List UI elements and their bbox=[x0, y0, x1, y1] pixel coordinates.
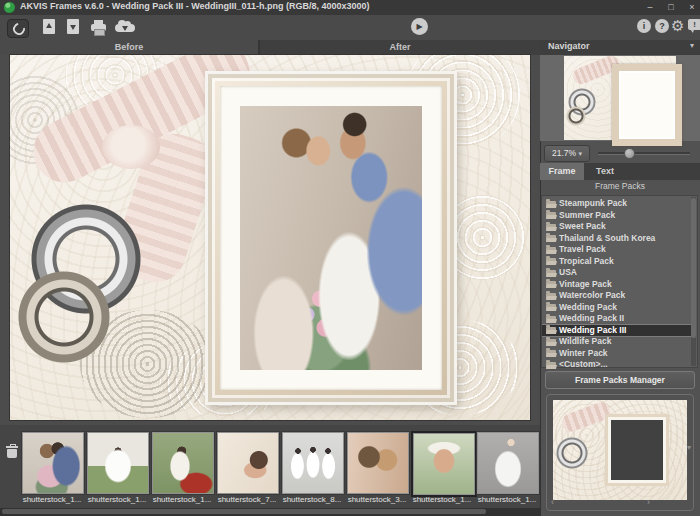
previous-frame-arrow-icon[interactable]: ‹ bbox=[551, 497, 554, 507]
pack-item[interactable]: Steampunk Pack bbox=[542, 198, 691, 210]
collapse-arrow-icon[interactable]: ▾ bbox=[690, 41, 694, 50]
pack-item[interactable]: Vintage Pack bbox=[542, 279, 691, 291]
thumbnail-image bbox=[283, 433, 343, 493]
panel-tab-bar: Frame Text bbox=[540, 163, 700, 180]
printer-output bbox=[94, 29, 105, 36]
folder-icon bbox=[546, 281, 556, 288]
pack-label: Wildlife Pack bbox=[559, 336, 611, 348]
pack-item[interactable]: Thailand & South Korea bbox=[542, 233, 691, 245]
thumbnail[interactable] bbox=[346, 431, 410, 495]
folder-icon bbox=[546, 212, 556, 219]
pack-label: Sweet Pack bbox=[559, 221, 606, 233]
zoom-value-dropdown[interactable]: 21.7% ▾ bbox=[544, 145, 590, 162]
view-tab-bar: Before After bbox=[0, 40, 540, 55]
thumbnail[interactable] bbox=[21, 431, 85, 495]
dropdown-arrow-icon: ▾ bbox=[578, 150, 582, 157]
ribbon-bow bbox=[102, 125, 160, 169]
tab-frame[interactable]: Frame bbox=[540, 163, 584, 180]
tab-text[interactable]: Text bbox=[584, 163, 626, 180]
print-icon[interactable] bbox=[90, 19, 110, 36]
pack-item[interactable]: USA bbox=[542, 267, 691, 279]
thumbnail[interactable] bbox=[476, 431, 540, 495]
pack-item[interactable]: Sweet Pack bbox=[542, 221, 691, 233]
preferences-gear-icon[interactable]: ⚙ bbox=[671, 16, 684, 36]
folder-icon bbox=[546, 247, 556, 254]
pack-item[interactable]: <Custom>... bbox=[542, 359, 691, 371]
thumbnail-label: shutterstock_1... bbox=[149, 495, 215, 506]
pack-item[interactable]: Summer Pack bbox=[542, 210, 691, 222]
logo-swirl-icon bbox=[11, 21, 28, 38]
folder-icon bbox=[546, 350, 556, 357]
folder-icon bbox=[546, 316, 556, 323]
pack-label: Travel Pack bbox=[559, 244, 606, 256]
thumbnail[interactable] bbox=[151, 431, 215, 495]
pack-label: Wedding Pack III bbox=[559, 325, 626, 337]
close-button[interactable]: × bbox=[684, 0, 700, 14]
akvis-logo-icon bbox=[4, 2, 15, 13]
thumbnail[interactable] bbox=[216, 431, 280, 495]
thumbnail-image bbox=[23, 433, 83, 493]
thumbnail-label: shutterstock_8... bbox=[279, 495, 345, 506]
navigator-preview[interactable] bbox=[540, 55, 700, 141]
pack-label: Watercolor Pack bbox=[559, 290, 625, 302]
thumbnail-selected[interactable] bbox=[411, 431, 477, 497]
pack-label: Tropical Pack bbox=[559, 256, 614, 268]
frame-template-preview[interactable]: ▾ ‹ › bbox=[546, 394, 694, 511]
scrollbar-thumb[interactable] bbox=[2, 509, 486, 514]
folder-icon bbox=[546, 304, 556, 311]
info-icon[interactable]: i bbox=[637, 19, 651, 33]
maximize-button[interactable]: □ bbox=[663, 0, 679, 14]
navigator-thumbnail bbox=[564, 56, 676, 140]
folder-icon bbox=[546, 270, 556, 277]
run-button[interactable]: ▶ bbox=[411, 18, 428, 35]
thumbnail-label: shutterstock_7... bbox=[214, 495, 280, 506]
filmstrip: shutterstock_1... shutterstock_1... shut… bbox=[0, 425, 540, 516]
frame-packs-header: Frame Packs bbox=[540, 181, 700, 194]
navigator-title: Navigator bbox=[548, 41, 590, 51]
save-image-icon[interactable] bbox=[67, 19, 87, 36]
pack-item[interactable]: Watercolor Pack bbox=[542, 290, 691, 302]
pack-item-selected[interactable]: Wedding Pack III bbox=[542, 324, 691, 338]
frame-template-image bbox=[553, 400, 687, 500]
thumbnail-image bbox=[153, 433, 213, 493]
folder-icon bbox=[546, 224, 556, 231]
couple-photo bbox=[240, 106, 422, 370]
next-frame-arrow-icon[interactable]: › bbox=[647, 497, 650, 507]
home-icon[interactable] bbox=[7, 19, 29, 38]
window-title: AKVIS Frames v.6.0 - Wedding Pack III - … bbox=[20, 1, 370, 11]
open-image-icon[interactable] bbox=[43, 19, 63, 36]
pack-label: USA bbox=[559, 267, 577, 279]
folder-icon bbox=[546, 293, 556, 300]
zoom-slider-track[interactable] bbox=[598, 152, 690, 155]
share-icon[interactable] bbox=[115, 19, 135, 36]
pack-item[interactable]: Winter Pack bbox=[542, 348, 691, 360]
image-canvas[interactable] bbox=[0, 55, 540, 425]
navigator-header[interactable]: Navigator ▾ bbox=[540, 40, 700, 55]
frame-transparent-area bbox=[611, 420, 663, 480]
minimize-button[interactable]: – bbox=[642, 0, 658, 14]
frame-packs-list: Steampunk Pack Summer Pack Sweet Pack Th… bbox=[541, 195, 698, 368]
tab-before[interactable]: Before bbox=[0, 40, 258, 55]
feedback-icon[interactable]: ! bbox=[688, 19, 700, 30]
horizontal-scrollbar[interactable] bbox=[0, 508, 540, 516]
thumbnail-label: shutterstock_1... bbox=[409, 495, 475, 506]
pack-item[interactable]: Wedding Pack bbox=[542, 302, 691, 314]
pack-item[interactable]: Travel Pack bbox=[542, 244, 691, 256]
wedding-ring bbox=[564, 104, 588, 128]
folder-icon bbox=[546, 258, 556, 265]
frame-packs-manager-button[interactable]: Frame Packs Manager bbox=[545, 371, 695, 389]
scrollbar-thumb[interactable] bbox=[691, 198, 696, 338]
help-icon[interactable]: ? bbox=[655, 19, 669, 33]
vertical-scrollbar[interactable] bbox=[691, 197, 696, 366]
thumbnail[interactable] bbox=[86, 431, 150, 495]
thumbnail-label: shutterstock_1... bbox=[84, 495, 150, 506]
zoom-slider-handle[interactable] bbox=[624, 148, 635, 159]
pack-item[interactable]: Wildlife Pack bbox=[542, 336, 691, 348]
trash-icon[interactable] bbox=[6, 444, 18, 458]
folder-icon bbox=[546, 339, 556, 346]
pack-item[interactable]: Tropical Pack bbox=[542, 256, 691, 268]
thumbnail[interactable] bbox=[281, 431, 345, 495]
frame-dropdown-arrow-icon[interactable]: ▾ bbox=[687, 443, 691, 452]
tab-after[interactable]: After bbox=[260, 40, 540, 55]
arrow-down-glyph bbox=[70, 25, 76, 30]
